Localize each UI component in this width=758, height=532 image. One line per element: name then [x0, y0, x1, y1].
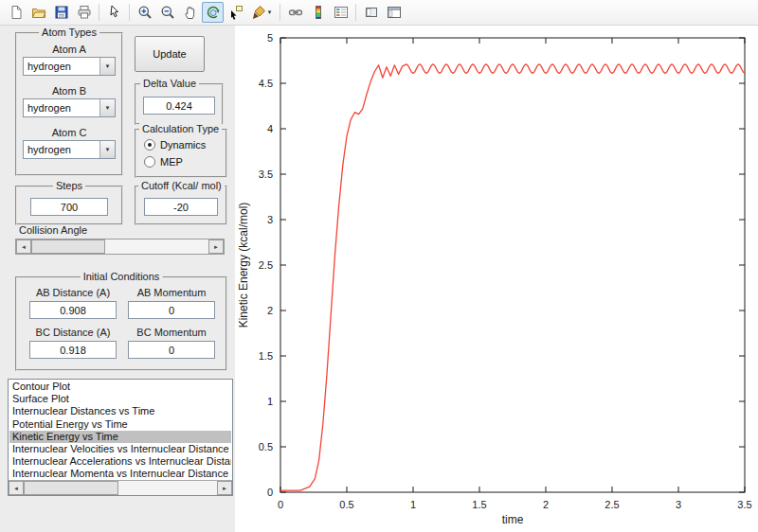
list-item[interactable]: Contour Plot [9, 381, 231, 393]
list-item[interactable]: Internuclear Accelerations vs Internucle… [9, 455, 231, 468]
chevron-down-icon[interactable]: ▼ [99, 99, 115, 116]
svg-text:0: 0 [278, 499, 283, 510]
cutoff-panel: Cutoff (Kcal/ mol) [135, 186, 227, 225]
colorbar-icon [311, 5, 326, 20]
data-cursor-button[interactable] [225, 2, 246, 23]
hide-plot-tools-icon [364, 5, 379, 20]
svg-text:1: 1 [267, 396, 273, 407]
scrollbar-right-arrow-icon[interactable]: ► [217, 481, 232, 495]
brush-dropdown-caret[interactable]: ▼ [267, 9, 273, 15]
atom-c-dropdown[interactable]: hydrogen ▼ [23, 140, 116, 159]
list-item[interactable]: Internuclear Velocities vs Internuclear … [9, 443, 231, 455]
save-figure-button[interactable] [50, 2, 72, 23]
toolbar-separator [280, 4, 280, 21]
delta-value-title: Delta Value [140, 78, 199, 90]
plot-type-listbox: Contour Plot Surface Plot Internuclear D… [8, 379, 233, 496]
bc-momentum-label: BC Momentum [123, 327, 220, 338]
atom-a-value: hydrogen [24, 58, 99, 75]
initial-conditions-title: Initial Conditions [81, 271, 163, 283]
svg-text:4.5: 4.5 [259, 78, 273, 89]
cursor-arrow-icon [107, 5, 122, 20]
list-item[interactable]: Kinetic Energy vs Time [9, 431, 231, 443]
svg-text:2: 2 [543, 499, 549, 510]
svg-text:Kinetic Energy (kcal/mol): Kinetic Energy (kcal/mol) [237, 203, 250, 328]
radio-dynamics-label: Dynamics [160, 139, 206, 151]
link-chain-icon [288, 5, 303, 20]
cutoff-title: Cutoff (Kcal/ mol) [138, 180, 225, 192]
toolbar-separator [99, 4, 99, 21]
print-figure-button[interactable] [73, 2, 95, 23]
chevron-down-icon[interactable]: ▼ [99, 58, 115, 75]
radio-mep[interactable]: MEP [144, 155, 183, 168]
brush-data-button[interactable]: ▼ [247, 2, 276, 23]
radio-dynamics[interactable]: Dynamics [144, 138, 206, 151]
edit-plot-button[interactable] [103, 2, 125, 23]
ab-distance-field[interactable] [29, 301, 117, 319]
plot-type-list: Contour Plot Surface Plot Internuclear D… [9, 381, 231, 479]
ab-distance-label: AB Distance (A) [25, 287, 121, 298]
ab-momentum-label: AB Momentum [123, 287, 220, 298]
scrollbar-left-arrow-icon[interactable]: ◄ [9, 481, 24, 495]
pan-hand-icon [183, 5, 198, 20]
svg-text:3.5: 3.5 [259, 168, 273, 180]
atom-types-title: Atom Types [39, 27, 99, 39]
pan-button[interactable] [179, 2, 201, 23]
insert-colorbar-button[interactable] [307, 2, 329, 23]
toolbar-separator [355, 4, 356, 21]
atom-a-label: Atom A [17, 44, 121, 55]
insert-legend-button[interactable] [330, 2, 352, 23]
bc-distance-field[interactable] [29, 341, 117, 359]
svg-text:1.5: 1.5 [259, 350, 273, 362]
chevron-down-icon[interactable]: ▼ [99, 141, 115, 158]
atom-a-dropdown[interactable]: hydrogen ▼ [23, 57, 116, 76]
data-cursor-icon [228, 5, 244, 20]
svg-text:time: time [502, 513, 524, 526]
new-figure-icon [9, 5, 24, 20]
open-folder-icon [31, 5, 46, 20]
svg-text:0.5: 0.5 [259, 441, 273, 452]
show-plot-tools-button[interactable] [383, 2, 405, 23]
svg-text:3: 3 [676, 499, 681, 510]
zoom-out-button[interactable] [156, 2, 178, 23]
ab-momentum-field[interactable] [128, 301, 215, 319]
list-item[interactable]: Potential Energy vs Time [9, 418, 231, 431]
scrollbar-thumb[interactable] [24, 481, 118, 495]
zoom-in-button[interactable] [134, 2, 155, 23]
collision-angle-label: Collision Angle [19, 224, 104, 236]
steps-field[interactable] [30, 198, 108, 216]
cutoff-field[interactable] [144, 198, 218, 216]
rotate-3d-button[interactable] [202, 2, 224, 23]
link-plot-button[interactable] [284, 2, 306, 23]
open-file-button[interactable] [27, 2, 49, 23]
steps-title: Steps [53, 180, 85, 192]
slider-thumb[interactable] [31, 239, 105, 254]
slider-left-arrow-icon[interactable]: ◄ [16, 239, 31, 254]
kinetic-energy-chart: 00.511.522.533.500.511.522.533.544.55tim… [235, 26, 758, 532]
calculation-type-title: Calculation Type [139, 123, 222, 135]
initial-conditions-panel: Initial Conditions AB Distance (A) AB Mo… [15, 276, 227, 371]
list-item[interactable]: Internuclear Momenta vs Internuclear Dis… [9, 468, 231, 479]
calculation-type-panel: Calculation Type Dynamics MEP [135, 129, 227, 178]
zoom-in-icon [137, 5, 153, 20]
list-item[interactable]: Surface Plot [9, 393, 231, 405]
bc-distance-label: BC Distance (A) [25, 327, 121, 338]
atom-b-dropdown[interactable]: hydrogen ▼ [23, 98, 116, 117]
svg-text:2.5: 2.5 [605, 499, 619, 510]
radio-mep-label: MEP [160, 156, 183, 168]
svg-text:4: 4 [267, 123, 273, 134]
bc-momentum-field[interactable] [128, 341, 215, 359]
collision-angle-slider[interactable]: ◄ ► [15, 239, 225, 255]
delta-value-field[interactable] [143, 97, 215, 115]
show-plot-tools-icon [387, 5, 402, 20]
list-item[interactable]: Internuclear Distances vs Time [9, 405, 231, 417]
svg-text:3: 3 [267, 214, 273, 225]
slider-right-arrow-icon[interactable]: ► [208, 239, 224, 254]
toolbar-separator [129, 4, 130, 21]
figure-toolbar: ▼ [0, 0, 758, 26]
update-button[interactable]: Update [135, 36, 205, 72]
hide-plot-tools-button[interactable] [360, 2, 382, 23]
radio-dot-icon [144, 139, 155, 151]
new-figure-button[interactable] [5, 2, 27, 23]
listbox-hscrollbar[interactable]: ◄ ► [9, 480, 232, 495]
svg-text:3.5: 3.5 [737, 499, 751, 510]
